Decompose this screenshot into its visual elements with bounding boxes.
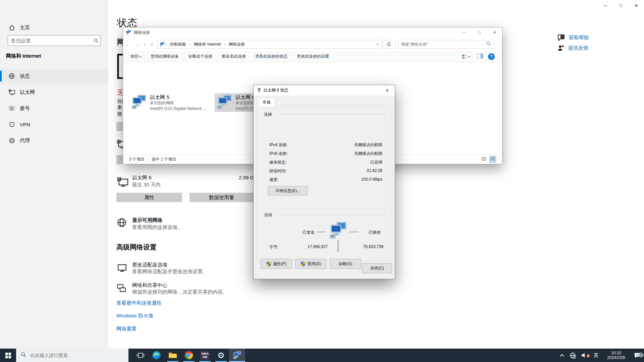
simarm-app-icon[interactable]: SIMARM <box>197 349 213 362</box>
help-bubble-icon <box>557 34 565 41</box>
settings-minimize-button[interactable]: ─ <box>598 0 613 11</box>
help-button[interactable]: ? <box>488 53 495 60</box>
explorer-maximize-button[interactable]: □ <box>472 27 487 38</box>
show-networks-subtitle: 查看周围的连接选项。 <box>132 224 182 231</box>
sidebar-item-status[interactable]: 状态 <box>0 69 108 83</box>
disable-device-command[interactable]: 禁用此网络设备 <box>151 54 179 59</box>
network-connections-taskbar-icon[interactable] <box>229 349 245 362</box>
view-status-command[interactable]: 查看此连接的状态 <box>255 54 287 59</box>
details-button[interactable]: 详细信息(E)... <box>268 186 308 195</box>
chrome-icon[interactable] <box>181 349 197 362</box>
system-tray: 英 10:10 2024/2/26 7 <box>557 349 644 362</box>
breadcrumb-network-internet[interactable]: 网络和 Internet <box>191 42 223 47</box>
taskbar-search-input[interactable] <box>30 352 128 358</box>
media-state-value: 已启用 <box>370 160 382 165</box>
details-view-toggle[interactable] <box>481 156 487 163</box>
diagnose-command[interactable]: 诊断这个连接 <box>188 54 212 59</box>
rename-command[interactable]: 重命名此连接 <box>222 54 246 59</box>
settings-search-input[interactable] <box>8 38 92 44</box>
dialog-close-action-button[interactable]: 关闭(C) <box>362 263 392 273</box>
dialog-titlebar[interactable]: 以太网 6 状态 ✕ <box>254 85 395 96</box>
taskbar-search-box[interactable] <box>16 349 128 362</box>
sidebar-home-label: 主页 <box>20 24 30 31</box>
settings-sidebar: 主页 网络和 Internet 状态 以太网 ☏ 拨号 V <box>0 0 108 349</box>
taskbar-clock[interactable]: 10:10 2024/2/26 <box>602 351 631 360</box>
settings-close-button[interactable]: ✕ <box>629 0 644 11</box>
show-networks-title[interactable]: 显示可用网络 <box>132 217 162 224</box>
dialog-properties-button[interactable]: 属性(P) <box>261 259 292 269</box>
explorer-search-box[interactable] <box>398 40 494 49</box>
network-reset-link[interactable]: 网络重置 <box>116 326 137 332</box>
explorer-close-button[interactable]: ✕ <box>487 27 502 38</box>
get-help-link[interactable]: 获取帮助 <box>557 34 589 41</box>
refresh-button[interactable] <box>383 40 395 49</box>
active-app-icon <box>233 351 241 360</box>
settings-gear-icon[interactable]: ⚙ <box>213 349 229 362</box>
properties-button[interactable]: 属性 <box>116 193 182 202</box>
sidebar-item-proxy[interactable]: 代理 <box>0 133 108 148</box>
windows-firewall-link[interactable]: Windows 防火墙 <box>116 313 153 319</box>
explorer-window-title: 网络连接 <box>134 30 150 36</box>
edge-icon[interactable] <box>149 349 165 362</box>
adapter-options-title[interactable]: 更改适配器选项 <box>132 262 167 268</box>
ipv4-label: IPv4 连接: <box>269 142 288 148</box>
dialog-tab-page: 连接 IPv4 连接: 无网络访问权限 IPv6 连接: 无网络访问权限 媒体状… <box>257 106 392 261</box>
taskbar-search-icon <box>21 352 26 359</box>
sent-label: 已发送 <box>303 230 315 235</box>
uac-shield-icon <box>301 261 306 266</box>
start-button[interactable] <box>0 349 16 362</box>
windows-logo-icon <box>5 353 11 358</box>
bytes-received-value: 75,633,739 <box>357 244 383 249</box>
dialog-disable-button[interactable]: 禁用(D) <box>295 259 326 269</box>
forward-icon[interactable]: → <box>132 42 142 47</box>
duration-value: 01:42:26 <box>367 168 382 173</box>
breadcrumb-separator: › <box>189 42 192 46</box>
tab-general[interactable]: 常规 <box>258 98 275 106</box>
feedback-person-icon <box>557 45 564 51</box>
dialog-close-button[interactable]: ✕ <box>380 85 395 96</box>
dialog-diagnose-button[interactable]: 诊断(G) <box>330 259 361 269</box>
adapter-tile-ethernet5[interactable]: 以太网 5 未识别的网络 Intel(R) I210 Gigabit Netwo… <box>129 93 213 112</box>
clock-time: 10:10 <box>602 351 631 355</box>
settings-maximize-button[interactable]: □ <box>613 0 629 11</box>
desktop: 设置 ─ □ ✕ 主页 网络和 Internet 状态 以太网 <box>0 0 644 362</box>
explorer-titlebar[interactable]: 网络连接 ─ □ ✕ <box>123 27 502 38</box>
breadcrumb-control-panel[interactable]: 控制面板 <box>167 42 189 47</box>
network-tray-icon[interactable] <box>567 352 578 359</box>
address-dropdown-icon[interactable]: ▾ <box>377 43 381 46</box>
back-icon[interactable]: ← <box>123 42 132 47</box>
up-icon[interactable]: ↑ <box>147 42 157 47</box>
task-view-button[interactable] <box>132 349 149 362</box>
settings-window-controls: ─ □ ✕ <box>598 0 644 11</box>
recent-locations-icon[interactable]: ▾ <box>142 43 147 46</box>
ethernet-plug-icon <box>257 88 262 93</box>
change-settings-command[interactable]: 更改此连接的设置 <box>297 54 329 59</box>
adapter-icon <box>131 95 147 110</box>
preview-pane-icon <box>477 54 483 58</box>
ime-indicator[interactable]: 英 <box>590 352 602 359</box>
organize-menu[interactable]: 组织 ▾ <box>130 54 141 59</box>
large-icons-view-toggle[interactable] <box>489 156 496 163</box>
sharing-center-title[interactable]: 网络和共享中心 <box>132 282 167 289</box>
data-usage-button[interactable]: 数据使用量 <box>190 193 254 202</box>
breadcrumb-network-connections[interactable]: 网络连接 <box>226 42 248 47</box>
file-explorer-icon[interactable] <box>165 349 181 362</box>
sidebar-item-dialup[interactable]: ☏ 拨号 <box>0 101 108 116</box>
adapter-icon <box>217 95 232 110</box>
selected-count: 选中 1 个项目 <box>152 157 176 162</box>
sidebar-item-vpn[interactable]: VPN <box>0 117 108 132</box>
feedback-link[interactable]: 提供反馈 <box>557 45 588 51</box>
taskbar: SIMARM ⚙ 英 10:10 2024/2/26 <box>0 349 644 362</box>
volume-muted-icon[interactable] <box>578 353 590 358</box>
explorer-minimize-button[interactable]: ─ <box>457 27 472 38</box>
tray-expand-button[interactable] <box>557 353 567 358</box>
settings-search-box[interactable] <box>8 35 101 46</box>
sidebar-item-ethernet[interactable]: 以太网 <box>0 85 108 100</box>
explorer-search-input[interactable] <box>398 42 486 47</box>
views-button[interactable]: ▾ <box>462 54 470 59</box>
preview-pane-button[interactable] <box>477 54 483 59</box>
hardware-properties-link[interactable]: 查看硬件和连接属性 <box>116 300 162 306</box>
address-bar[interactable]: › 控制面板 › 网络和 Internet › 网络连接 ▾ <box>157 40 381 49</box>
action-center-button[interactable]: 7 <box>631 352 644 358</box>
sidebar-item-home[interactable]: 主页 <box>0 20 108 35</box>
